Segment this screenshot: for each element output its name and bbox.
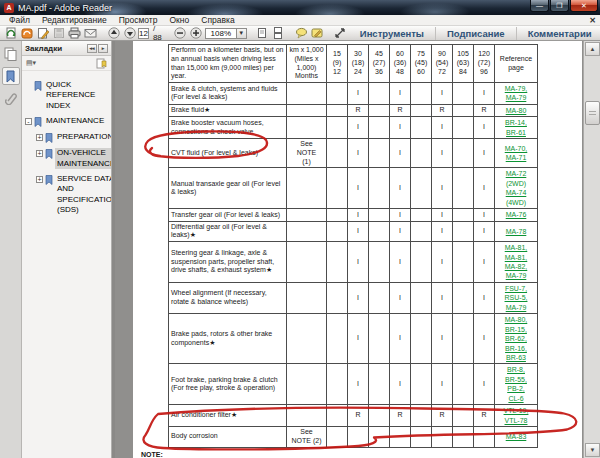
reference-link[interactable]: MA-70, xyxy=(497,144,535,153)
expand-icon[interactable]: + xyxy=(36,176,43,183)
mark-cell xyxy=(327,139,348,168)
reference-link[interactable]: MA-79 xyxy=(497,271,535,280)
save-button[interactable] xyxy=(51,27,66,40)
mark-cell: I xyxy=(390,209,411,221)
mark-cell xyxy=(369,209,390,221)
mark-cell xyxy=(369,405,390,427)
single-page-view-button[interactable] xyxy=(255,27,270,40)
zoom-dropdown-icon[interactable]: ▼ xyxy=(237,28,247,39)
sidebar-item-0[interactable]: QUICK REFERENCE INDEX xyxy=(25,80,110,111)
close-document-icon[interactable]: ✕ xyxy=(589,15,596,26)
reference-link[interactable]: BR-63 xyxy=(497,353,535,362)
reference-link[interactable]: PB-2, xyxy=(497,384,535,393)
collapse-panel-icon[interactable]: ◂◂ xyxy=(87,44,97,53)
new-bookmark-glyph xyxy=(96,58,107,69)
print-button[interactable] xyxy=(67,27,82,40)
arrow-down-icon xyxy=(124,27,136,39)
zoom-level-input[interactable]: 108% xyxy=(205,28,237,39)
expand-panel-icon[interactable]: ▸ xyxy=(98,44,108,53)
mark-cell xyxy=(453,364,474,405)
zoom-in-button[interactable] xyxy=(189,27,204,40)
reference-link[interactable]: MA-74 xyxy=(497,188,535,197)
mark-cell: R xyxy=(390,405,411,427)
menu-item-4[interactable]: Справка xyxy=(195,15,240,26)
mark-cell: I xyxy=(348,221,369,242)
mark-cell xyxy=(327,117,348,139)
mark-cell xyxy=(327,405,348,427)
annotation-button[interactable] xyxy=(310,27,325,40)
reference-link[interactable]: MA-76 xyxy=(497,210,535,219)
reference-link[interactable]: MA-81, xyxy=(497,243,535,252)
scrolling-view-button[interactable] xyxy=(271,27,286,40)
email-button[interactable] xyxy=(83,27,98,40)
minimize-button[interactable]: — xyxy=(530,0,549,12)
save-to-cloud-button[interactable] xyxy=(19,27,34,40)
reference-link[interactable]: MA-83 xyxy=(497,432,535,441)
reference-link[interactable]: FSU-7, xyxy=(497,284,535,293)
open-file-button[interactable] xyxy=(3,27,18,40)
menu-item-0[interactable]: Файл xyxy=(3,15,36,26)
reference-link[interactable]: MA-80, xyxy=(497,315,535,324)
compose-button[interactable] xyxy=(35,27,50,40)
expand-icon[interactable]: + xyxy=(36,150,43,157)
reference-link[interactable]: MA-79, xyxy=(497,84,535,93)
reference-link[interactable]: BR-8, xyxy=(497,365,535,374)
maximize-button[interactable]: ❐ xyxy=(550,0,569,12)
print-icon xyxy=(68,27,81,39)
new-bookmark-icon[interactable] xyxy=(96,58,107,69)
reference-link[interactable]: MA-79 xyxy=(497,303,535,312)
item-name-cell: Differential gear oil (For level & leaks… xyxy=(169,221,287,242)
sidebar-item-label: MAINTENANCE xyxy=(44,116,106,126)
close-button[interactable]: ✕ xyxy=(570,0,598,12)
reference-link[interactable]: MA-71 xyxy=(497,153,535,162)
previous-page-button[interactable] xyxy=(106,27,121,40)
menu-item-1[interactable]: Редактирование xyxy=(36,15,113,26)
reference-link[interactable]: BR-16, xyxy=(497,344,535,353)
reference-link[interactable]: MA-72 xyxy=(497,169,535,178)
bookmarks-panel-button[interactable] xyxy=(2,67,20,85)
toolbar-action-1[interactable]: Подписание xyxy=(436,26,516,41)
reference-link[interactable]: VTL-78 xyxy=(497,416,535,425)
sidebar-item-3[interactable]: +ON-VEHICLE MAINTENANCE xyxy=(36,148,110,169)
collapse-icon[interactable]: - xyxy=(25,118,32,125)
mark-cell: I xyxy=(474,221,495,242)
fullscreen-button[interactable] xyxy=(333,27,348,40)
reference-link[interactable]: RSU-5, xyxy=(497,293,535,302)
reference-link[interactable]: BR-62, xyxy=(497,334,535,343)
scroll-up-icon[interactable]: ▲ xyxy=(585,42,600,56)
mark-cell xyxy=(411,405,432,427)
reference-link[interactable]: BR-15, xyxy=(497,325,535,334)
comment-button[interactable] xyxy=(294,27,309,40)
reference-link[interactable]: BR-61 xyxy=(497,128,535,137)
toolbar-action-0[interactable]: Инструменты xyxy=(349,26,435,41)
reference-link[interactable]: MA-81, xyxy=(497,253,535,262)
next-page-button[interactable] xyxy=(122,27,137,40)
sidebar-item-1[interactable]: -MAINTENANCE xyxy=(25,116,110,127)
scrollbar-thumb[interactable] xyxy=(585,101,600,125)
reference-link[interactable]: MA-78 xyxy=(497,227,535,236)
page-number-input[interactable]: 12 xyxy=(138,28,149,39)
bookmark-icon xyxy=(5,70,16,83)
mark-cell: I xyxy=(390,139,411,168)
scroll-down-icon[interactable]: ▼ xyxy=(585,443,600,457)
reference-link[interactable]: MA-82, xyxy=(497,262,535,271)
reference-link[interactable]: MA-79 xyxy=(497,93,535,102)
mark-cell: I xyxy=(348,168,369,209)
toolbar-action-2[interactable]: Комментарии xyxy=(517,26,600,41)
compose-icon xyxy=(37,27,49,39)
reference-link[interactable]: VTL-19, xyxy=(497,406,535,415)
page-thumbnails-button[interactable] xyxy=(2,45,20,63)
vertical-scrollbar[interactable]: ▲ ▼ xyxy=(583,41,600,458)
sidebar-item-4[interactable]: +SERVICE DATA AND SPECIFICATIONS (SDS) xyxy=(36,174,110,216)
reference-link[interactable]: BR-55, xyxy=(497,375,535,384)
expand-icon[interactable]: + xyxy=(36,134,43,141)
reference-link[interactable]: MA-80 xyxy=(497,106,535,115)
attachments-button[interactable] xyxy=(2,89,20,107)
bookmark-options-icon[interactable]: ▤▾ xyxy=(26,59,36,67)
reference-link[interactable]: BR-14, xyxy=(497,118,535,127)
paperclip-icon xyxy=(5,92,17,105)
reference-link[interactable]: CL-6 xyxy=(497,394,535,403)
zoom-out-button[interactable] xyxy=(173,27,188,40)
sidebar-item-2[interactable]: +PREPARATION xyxy=(36,132,110,143)
menu-item-3[interactable]: Окно xyxy=(164,15,196,26)
